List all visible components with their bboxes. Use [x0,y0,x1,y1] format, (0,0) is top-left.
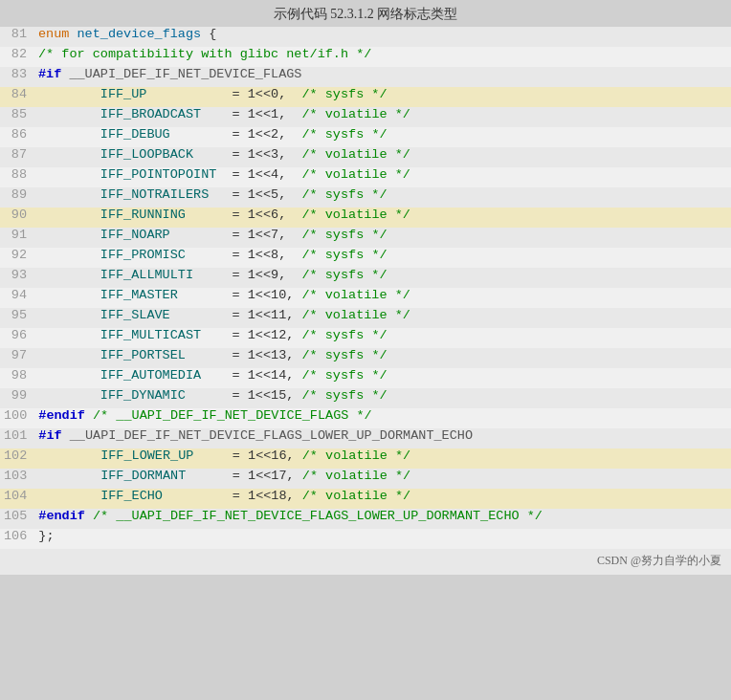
line-number: 99 [0,388,34,403]
code-content: IFF_LOOPBACK = 1<<3, /* volatile */ [34,147,731,162]
table-row: 85 IFF_BROADCAST = 1<<1, /* volatile */ [0,107,731,127]
page-title: 示例代码 52.3.1.2 网络标志类型 [274,7,458,21]
code-content: IFF_DEBUG = 1<<2, /* sysfs */ [34,127,731,142]
line-number: 81 [0,27,34,41]
table-row: 87 IFF_LOOPBACK = 1<<3, /* volatile */ [0,147,731,167]
code-content: IFF_PORTSEL = 1<<13, /* sysfs */ [34,348,731,362]
title-bar: 示例代码 52.3.1.2 网络标志类型 [0,0,731,27]
code-content: }; [34,529,731,543]
table-row: 98 IFF_AUTOMEDIA = 1<<14, /* sysfs */ [0,368,731,388]
line-number: 88 [0,167,34,182]
code-content: IFF_MASTER = 1<<10, /* volatile */ [34,288,731,302]
code-content: IFF_NOARP = 1<<7, /* sysfs */ [34,228,731,242]
code-content: #if __UAPI_DEF_IF_NET_DEVICE_FLAGS [34,67,731,81]
code-content: #if __UAPI_DEF_IF_NET_DEVICE_FLAGS_LOWER… [34,428,731,443]
table-row: 91 IFF_NOARP = 1<<7, /* sysfs */ [0,228,731,248]
table-row: 100#endif /* __UAPI_DEF_IF_NET_DEVICE_FL… [0,408,731,428]
footer: CSDN @努力自学的小夏 [0,549,731,575]
line-number: 98 [0,368,34,383]
line-number: 94 [0,288,34,302]
code-content: IFF_ALLMULTI = 1<<9, /* sysfs */ [34,268,731,282]
code-content: IFF_LOWER_UP = 1<<16, /* volatile */ [34,448,731,463]
table-row: 104 IFF_ECHO = 1<<18, /* volatile */ [0,489,731,509]
line-number: 92 [0,248,34,262]
line-number: 101 [0,428,34,443]
line-number: 90 [0,208,34,222]
line-number: 96 [0,328,34,342]
line-number: 89 [0,187,34,202]
code-content: IFF_DORMANT = 1<<17, /* volatile */ [34,469,731,483]
table-row: 84 IFF_UP = 1<<0, /* sysfs */ [0,87,731,107]
line-number: 91 [0,228,34,242]
table-row: 83#if __UAPI_DEF_IF_NET_DEVICE_FLAGS [0,67,731,87]
code-content: IFF_RUNNING = 1<<6, /* volatile */ [34,208,731,222]
table-row: 93 IFF_ALLMULTI = 1<<9, /* sysfs */ [0,268,731,288]
code-container: 81enum net_device_flags {82/* for compat… [0,27,731,575]
code-content: IFF_BROADCAST = 1<<1, /* volatile */ [34,107,731,121]
code-content: IFF_MULTICAST = 1<<12, /* sysfs */ [34,328,731,342]
table-row: 86 IFF_DEBUG = 1<<2, /* sysfs */ [0,127,731,147]
line-number: 100 [0,408,34,423]
line-number: 105 [0,509,34,523]
table-row: 102 IFF_LOWER_UP = 1<<16, /* volatile */ [0,448,731,469]
table-row: 96 IFF_MULTICAST = 1<<12, /* sysfs */ [0,328,731,348]
code-content: IFF_PROMISC = 1<<8, /* sysfs */ [34,248,731,262]
code-content: enum net_device_flags { [34,27,731,41]
line-number: 93 [0,268,34,282]
line-number: 85 [0,107,34,121]
table-row: 90 IFF_RUNNING = 1<<6, /* volatile */ [0,208,731,228]
line-number: 95 [0,308,34,322]
code-content: IFF_POINTOPOINT = 1<<4, /* volatile */ [34,167,731,182]
table-row: 97 IFF_PORTSEL = 1<<13, /* sysfs */ [0,348,731,368]
line-number: 103 [0,469,34,483]
line-number: 102 [0,448,34,463]
table-row: 94 IFF_MASTER = 1<<10, /* volatile */ [0,288,731,308]
table-row: 88 IFF_POINTOPOINT = 1<<4, /* volatile *… [0,167,731,187]
table-row: 82/* for compatibility with glibc net/if… [0,47,731,67]
table-row: 81enum net_device_flags { [0,27,731,47]
code-content: /* for compatibility with glibc net/if.h… [34,47,731,61]
code-content: IFF_DYNAMIC = 1<<15, /* sysfs */ [34,388,731,403]
code-content: #endif /* __UAPI_DEF_IF_NET_DEVICE_FLAGS… [34,509,731,523]
line-number: 84 [0,87,34,101]
code-content: #endif /* __UAPI_DEF_IF_NET_DEVICE_FLAGS… [34,408,731,423]
table-row: 89 IFF_NOTRAILERS = 1<<5, /* sysfs */ [0,187,731,208]
line-number: 82 [0,47,34,61]
table-row: 105#endif /* __UAPI_DEF_IF_NET_DEVICE_FL… [0,509,731,529]
code-content: IFF_AUTOMEDIA = 1<<14, /* sysfs */ [34,368,731,383]
table-row: 106}; [0,529,731,549]
code-content: IFF_UP = 1<<0, /* sysfs */ [34,87,731,101]
code-content: IFF_ECHO = 1<<18, /* volatile */ [34,489,731,503]
table-row: 92 IFF_PROMISC = 1<<8, /* sysfs */ [0,248,731,268]
table-row: 101#if __UAPI_DEF_IF_NET_DEVICE_FLAGS_LO… [0,428,731,448]
table-row: 95 IFF_SLAVE = 1<<11, /* volatile */ [0,308,731,328]
line-number: 106 [0,529,34,543]
code-content: IFF_NOTRAILERS = 1<<5, /* sysfs */ [34,187,731,202]
line-number: 97 [0,348,34,362]
table-row: 103 IFF_DORMANT = 1<<17, /* volatile */ [0,469,731,489]
line-number: 83 [0,67,34,81]
line-number: 86 [0,127,34,142]
table-row: 99 IFF_DYNAMIC = 1<<15, /* sysfs */ [0,388,731,408]
line-number: 87 [0,147,34,162]
line-number: 104 [0,489,34,503]
code-content: IFF_SLAVE = 1<<11, /* volatile */ [34,308,731,322]
